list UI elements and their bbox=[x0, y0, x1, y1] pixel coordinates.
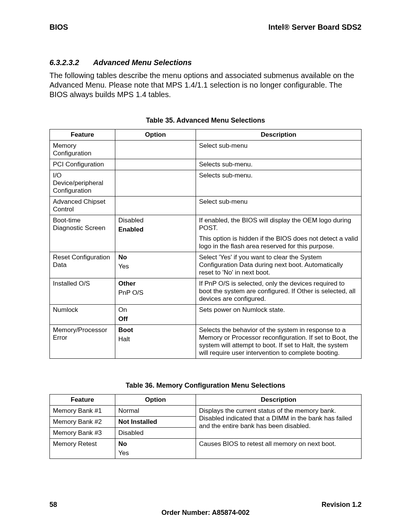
cell-description: Select sub-menu bbox=[196, 141, 362, 159]
cell-option: Disabled bbox=[115, 428, 196, 439]
table-row: Memory Bank #1NormalDisplays the current… bbox=[50, 406, 362, 417]
table36-caption: Table 36. Memory Configuration Menu Sele… bbox=[49, 382, 362, 390]
option-value: PnP O/S bbox=[118, 289, 193, 297]
option-value: Boot bbox=[118, 326, 193, 334]
cell-feature: Memory Bank #2 bbox=[50, 417, 115, 428]
table-row: PCI ConfigurationSelects sub-menu. bbox=[50, 159, 362, 170]
table-row: Reset Configuration DataNoYesSelect 'Yes… bbox=[50, 252, 362, 278]
description-text: This option is hidden if the BIOS does n… bbox=[199, 235, 358, 250]
section-heading: 6.3.2.3.2 Advanced Menu Selections bbox=[49, 58, 362, 67]
description-text: Selects sub-menu. bbox=[199, 161, 358, 168]
table36-header-option: Option bbox=[115, 395, 196, 406]
option-value: Halt bbox=[118, 335, 193, 343]
cell-description: Causes BIOS to retest all memory on next… bbox=[196, 439, 362, 459]
option-value: No bbox=[118, 254, 193, 261]
cell-description: Displays the current status of the memor… bbox=[196, 406, 362, 439]
cell-option bbox=[115, 197, 196, 215]
footer-order-number: Order Number: A85874-002 bbox=[49, 509, 362, 517]
option-value: Disabled bbox=[118, 217, 193, 224]
cell-option bbox=[115, 141, 196, 159]
cell-description: If PnP O/S is selected, only the devices… bbox=[196, 278, 362, 305]
cell-feature: Reset Configuration Data bbox=[50, 252, 115, 278]
cell-option: BootHalt bbox=[115, 325, 196, 359]
table-row: Installed O/SOtherPnP O/SIf PnP O/S is s… bbox=[50, 278, 362, 305]
cell-description: Selects sub-menu. bbox=[196, 170, 362, 197]
cell-feature: I/O Device/peripheral Configuration bbox=[50, 170, 115, 197]
cell-description: Sets power on Numlock state. bbox=[196, 305, 362, 325]
section-title: Advanced Menu Selections bbox=[93, 58, 192, 67]
cell-feature: Boot-time Diagnostic Screen bbox=[50, 215, 115, 252]
cell-option: DisabledEnabled bbox=[115, 215, 196, 252]
table-row: Advanced Chipset ControlSelect sub-menu bbox=[50, 197, 362, 215]
cell-option: Not Installed bbox=[115, 417, 196, 428]
cell-feature: Memory/Processor Error bbox=[50, 325, 115, 359]
description-text: Sets power on Numlock state. bbox=[199, 306, 358, 314]
cell-feature: Numlock bbox=[50, 305, 115, 325]
description-text: Select sub-menu bbox=[199, 142, 358, 150]
option-value: Enabled bbox=[118, 226, 193, 233]
cell-feature: PCI Configuration bbox=[50, 159, 115, 170]
table36-header-row: Feature Option Description bbox=[50, 395, 362, 406]
cell-feature: Installed O/S bbox=[50, 278, 115, 305]
option-value: Disabled bbox=[118, 429, 193, 437]
cell-option bbox=[115, 170, 196, 197]
table-row: Memory RetestNoYesCauses BIOS to retest … bbox=[50, 439, 362, 459]
option-value: Other bbox=[118, 280, 193, 288]
table35-header-row: Feature Option Description bbox=[50, 129, 362, 141]
table35-header-option: Option bbox=[115, 129, 196, 141]
header-left: BIOS bbox=[49, 23, 68, 32]
description-text: Select 'Yes' if you want to clear the Sy… bbox=[199, 254, 358, 276]
option-value: Not Installed bbox=[118, 418, 193, 426]
table35: Feature Option Description Memory Config… bbox=[49, 129, 362, 359]
page-header: BIOS Intel® Server Board SDS2 bbox=[49, 23, 362, 32]
cell-feature: Advanced Chipset Control bbox=[50, 197, 115, 215]
table35-header-description: Description bbox=[196, 129, 362, 141]
option-value: Yes bbox=[118, 263, 193, 270]
description-text: Selects sub-menu. bbox=[199, 172, 358, 179]
cell-feature: Memory Bank #1 bbox=[50, 406, 115, 417]
cell-feature: Memory Bank #3 bbox=[50, 428, 115, 439]
cell-option: NoYes bbox=[115, 439, 196, 459]
header-right: Intel® Server Board SDS2 bbox=[268, 23, 362, 32]
table-row: I/O Device/peripheral ConfigurationSelec… bbox=[50, 170, 362, 197]
cell-description: If enabled, the BIOS will display the OE… bbox=[196, 215, 362, 252]
option-value: Normal bbox=[118, 407, 193, 415]
cell-option: NoYes bbox=[115, 252, 196, 278]
cell-option: Normal bbox=[115, 406, 196, 417]
option-value: Off bbox=[118, 315, 193, 323]
option-value: On bbox=[118, 306, 193, 314]
table36-header-feature: Feature bbox=[50, 395, 115, 406]
cell-feature: Memory Retest bbox=[50, 439, 115, 459]
table35-caption: Table 35. Advanced Menu Selections bbox=[49, 117, 362, 125]
table-row: Memory/Processor ErrorBootHaltSelects th… bbox=[50, 325, 362, 359]
footer-page-number: 58 bbox=[49, 501, 57, 509]
table36: Feature Option Description Memory Bank #… bbox=[49, 394, 362, 459]
cell-feature: Memory Configuration bbox=[50, 141, 115, 159]
section-number: 6.3.2.3.2 bbox=[49, 58, 91, 67]
description-text: If enabled, the BIOS will display the OE… bbox=[199, 217, 358, 232]
page: BIOS Intel® Server Board SDS2 6.3.2.3.2 … bbox=[0, 0, 411, 532]
table35-header-feature: Feature bbox=[50, 129, 115, 141]
cell-option: OnOff bbox=[115, 305, 196, 325]
option-value: Yes bbox=[118, 449, 193, 457]
table-row: NumlockOnOffSets power on Numlock state. bbox=[50, 305, 362, 325]
footer-revision: Revision 1.2 bbox=[322, 501, 362, 509]
description-text: Select sub-menu bbox=[199, 198, 358, 206]
cell-description: Select sub-menu bbox=[196, 197, 362, 215]
section-body: The following tables describe the menu o… bbox=[49, 71, 362, 99]
table36-header-description: Description bbox=[196, 395, 362, 406]
option-value: No bbox=[118, 440, 193, 448]
cell-description: Select 'Yes' if you want to clear the Sy… bbox=[196, 252, 362, 278]
cell-description: Selects the behavior of the system in re… bbox=[196, 325, 362, 359]
description-text: Selects the behavior of the system in re… bbox=[199, 326, 358, 357]
cell-description: Selects sub-menu. bbox=[196, 159, 362, 170]
page-footer: 58 Revision 1.2 Order Number: A85874-002 bbox=[49, 501, 362, 517]
description-text: If PnP O/S is selected, only the devices… bbox=[199, 280, 358, 303]
cell-option bbox=[115, 159, 196, 170]
table-row: Boot-time Diagnostic ScreenDisabledEnabl… bbox=[50, 215, 362, 252]
table-row: Memory ConfigurationSelect sub-menu bbox=[50, 141, 362, 159]
cell-option: OtherPnP O/S bbox=[115, 278, 196, 305]
